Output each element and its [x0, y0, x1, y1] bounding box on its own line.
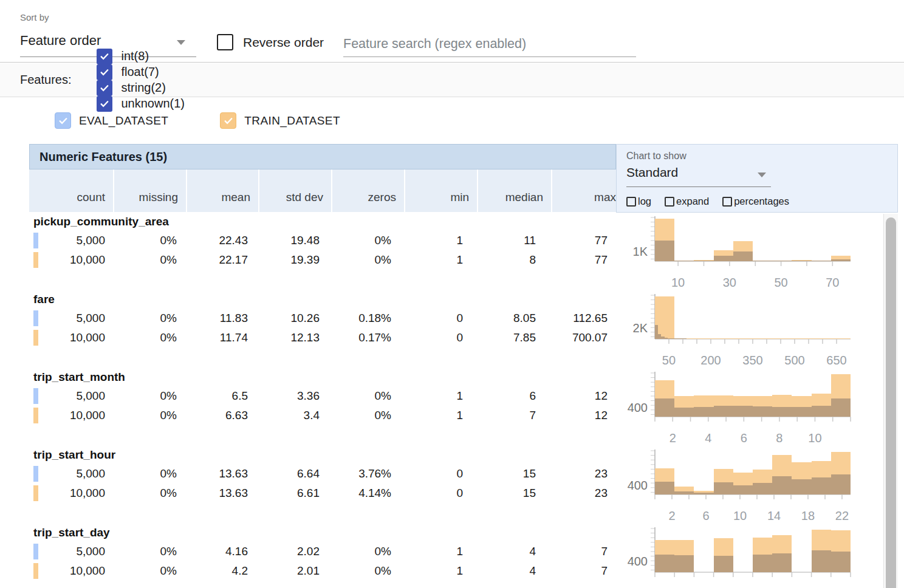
stat-value: 700.07: [572, 331, 608, 344]
feature-type-filter-label: int(8): [121, 49, 149, 63]
stat-cell: 10,000: [29, 328, 113, 347]
dataset-checkbox-train_dataset[interactable]: TRAIN_DATASET: [220, 112, 340, 129]
dataset-swatch: [33, 233, 38, 248]
table-row: 10,0000%13.636.614.14%01523: [29, 484, 616, 503]
dataset-swatch: [33, 485, 38, 501]
feature-stat-rows: 5,0000%13.636.643.76%0152310,0000%13.636…: [29, 464, 616, 503]
sort-order-value: Feature order: [20, 33, 101, 49]
stat-value: 5,000: [76, 389, 105, 403]
stat-value: 0%: [375, 564, 391, 578]
feature-type-filter[interactable]: string(2): [97, 80, 185, 96]
features-filter-bar: Features: int(8)float(7)string(2)unknown…: [0, 63, 904, 97]
feature-type-filter-label: float(7): [121, 65, 159, 79]
reverse-order-checkbox[interactable]: Reverse order: [217, 34, 324, 50]
reverse-order-label: Reverse order: [243, 35, 324, 50]
stat-value: 5,000: [76, 234, 105, 247]
stat-value: 8.05: [513, 312, 536, 325]
feature-list: pickup_community_area5,0000%22.4319.480%…: [0, 214, 883, 588]
stat-cell: 4.2: [185, 561, 256, 581]
stat-value: 5,000: [76, 312, 105, 325]
feature-search-input[interactable]: [343, 32, 636, 57]
stat-cell: 23: [544, 464, 615, 484]
stat-cell: 1: [399, 561, 471, 581]
table-row: 5,0000%13.636.643.76%01523: [29, 464, 616, 484]
stat-cell: 0%: [113, 309, 185, 328]
stat-value: 4.14%: [358, 487, 391, 500]
stat-cell: 1: [399, 231, 471, 250]
chart-toggle-percentages[interactable]: percentages: [722, 196, 789, 207]
chart-toggle-label: log: [638, 196, 651, 207]
chart-type-dropdown[interactable]: Standard: [626, 164, 771, 187]
stat-cell: 13.63: [185, 464, 256, 484]
stat-cell: 700.07: [544, 328, 615, 347]
stat-value: 23: [595, 487, 608, 500]
feature-name: trip_start_hour: [33, 448, 115, 462]
stat-cell: 0: [399, 484, 471, 503]
chart-to-show-label: Chart to show: [626, 151, 687, 162]
feature-type-filter[interactable]: float(7): [97, 64, 185, 80]
histogram-chart: 2610141822400: [620, 447, 863, 524]
stat-cell: 77: [544, 250, 615, 270]
stat-cell: 11: [471, 231, 544, 250]
svg-text:22: 22: [835, 509, 849, 522]
chart-toggle-expand[interactable]: expand: [665, 196, 709, 207]
chart-toggle-log[interactable]: log: [626, 196, 651, 207]
scrollbar-thumb[interactable]: [886, 217, 896, 588]
dataset-swatch: [33, 544, 38, 559]
stat-value: 0%: [160, 409, 177, 422]
stat-value: 5,000: [76, 467, 105, 480]
stat-value: 0%: [160, 234, 177, 247]
stat-value: 77: [595, 234, 608, 247]
feature-stat-rows: 5,0000%11.8310.260.18%08.05112.6510,0000…: [29, 309, 616, 347]
stat-cell: 0%: [113, 406, 185, 425]
dataset-swatch: [33, 466, 38, 482]
stat-value: 4: [529, 545, 536, 558]
svg-text:400: 400: [628, 479, 648, 492]
svg-text:70: 70: [826, 276, 839, 289]
table-title: Numeric Features (15): [39, 150, 167, 164]
chart-to-show-panel: Chart to show Standard logexpandpercenta…: [616, 144, 898, 213]
stat-value: 4.16: [225, 545, 248, 558]
chart-type-value: Standard: [626, 165, 678, 180]
stat-value: 0%: [160, 389, 177, 403]
numeric-features-header: Numeric Features (15) countmissingmeanst…: [29, 144, 616, 212]
histogram-chart: 103050701K: [620, 214, 863, 290]
stat-cell: 1: [399, 250, 471, 270]
vertical-scrollbar[interactable]: [883, 214, 898, 588]
stat-value: 8: [529, 253, 536, 267]
dataset-checkbox-eval_dataset[interactable]: EVAL_DATASET: [55, 112, 168, 129]
stat-cell: 0.17%: [327, 328, 399, 347]
stat-cell: 3.36: [256, 386, 327, 406]
stat-value: 0%: [160, 331, 177, 344]
table-row: 5,0000%22.4319.480%11177: [29, 231, 616, 250]
svg-text:200: 200: [700, 354, 721, 367]
stat-value: 0: [456, 467, 463, 480]
stat-value: 11.83: [220, 312, 248, 325]
stat-value: 0%: [160, 545, 177, 558]
stat-value: 0%: [160, 487, 177, 500]
stat-cell: 112.65: [544, 309, 615, 328]
table-row: 5,0000%4.162.020%147: [29, 542, 616, 561]
chart-toggle-label: expand: [676, 196, 709, 207]
stat-cell: 19.48: [256, 231, 327, 250]
stat-value: 13.63: [219, 467, 248, 480]
stat-cell: 6: [471, 386, 544, 406]
stat-cell: 8: [471, 250, 544, 270]
stat-value: 0.18%: [358, 312, 391, 325]
stat-value: 11.74: [220, 331, 248, 344]
feature-type-filter[interactable]: int(8): [97, 49, 185, 64]
stat-cell: 0: [399, 309, 471, 328]
stat-cell: 15: [471, 484, 544, 503]
stat-value: 6.63: [225, 409, 248, 422]
stat-cell: 0%: [113, 542, 185, 561]
svg-text:6: 6: [702, 509, 709, 522]
stat-cell: 0%: [327, 250, 399, 270]
feature-block: trip_start_day5,0000%4.162.020%14710,000…: [0, 525, 883, 588]
stat-value: 7: [601, 564, 608, 578]
svg-text:350: 350: [742, 354, 762, 367]
column-header: std dev: [259, 169, 331, 212]
stat-cell: 10.26: [256, 309, 327, 328]
checkbox-unchecked-icon: [217, 34, 233, 50]
stat-value: 7: [529, 409, 536, 422]
stat-value: 4: [529, 564, 536, 578]
